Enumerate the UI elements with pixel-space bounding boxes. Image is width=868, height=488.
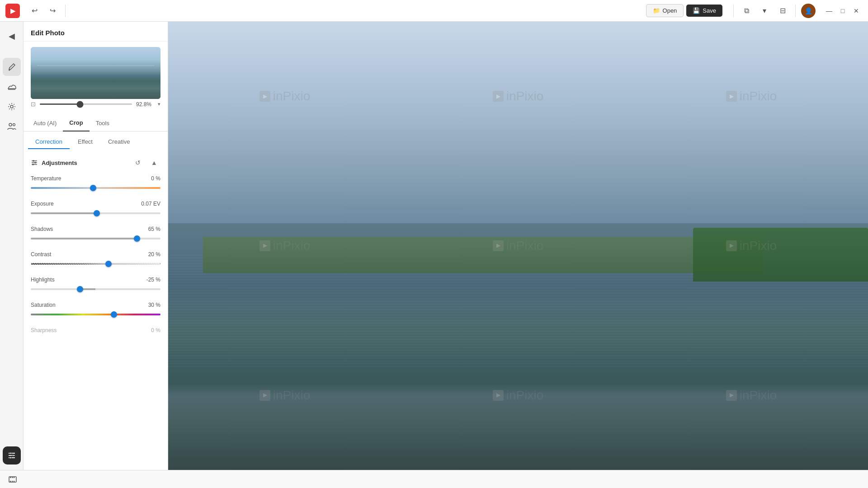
zoom-slider[interactable]	[39, 103, 132, 105]
svg-point-3	[13, 124, 15, 126]
saturation-group: Saturation 30 %	[24, 299, 168, 324]
tab-crop[interactable]: Crop	[63, 115, 89, 131]
close-button[interactable]: ✕	[850, 5, 863, 17]
sharpness-label: Sharpness	[31, 327, 57, 333]
folder-icon: 📁	[653, 7, 660, 14]
adjustments-tool-button[interactable]	[3, 446, 21, 465]
thumbnail-image	[31, 47, 160, 99]
shadows-label: Shadows	[31, 226, 53, 232]
edit-panel: Edit Photo ⊡ 92.8% ▾ Auto (AI) Crop Tool…	[24, 22, 168, 470]
shadows-row: Shadows 65 %	[31, 226, 160, 232]
zoom-value: 92.8%	[136, 101, 154, 108]
collapse-adjustments-button[interactable]: ▲	[148, 156, 160, 169]
compare-button[interactable]: ⧉	[739, 4, 754, 18]
divider-3	[795, 5, 796, 17]
sidebar-bottom	[3, 446, 21, 465]
sharpness-row: Sharpness 0 %	[31, 327, 160, 333]
bottom-bar	[0, 470, 868, 488]
exposure-value: 0.07 EV	[138, 201, 160, 207]
filmstrip-button[interactable]	[5, 472, 20, 487]
svg-rect-22	[14, 481, 14, 482]
history-button[interactable]: ⊟	[775, 4, 790, 18]
sky-tool-button[interactable]	[3, 78, 21, 96]
svg-rect-17	[10, 477, 11, 478]
action-buttons: 📁 Open 💾 Save	[646, 4, 722, 17]
contrast-track	[31, 259, 160, 268]
reset-adjustments-button[interactable]: ↺	[132, 156, 144, 169]
svg-point-14	[34, 162, 36, 164]
saturation-label: Saturation	[31, 302, 56, 308]
shadows-value: 65 %	[138, 226, 160, 232]
titlebar: ▶ ↩ ↪ 📁 Open 💾 Save ⧉ ▾ ⊟ 👤 — □ ✕	[0, 0, 868, 22]
shadows-track	[31, 234, 160, 243]
contrast-group: Contrast 20 %	[24, 249, 168, 274]
compare-dropdown-button[interactable]: ▾	[757, 4, 772, 18]
main-content: ◀	[0, 22, 868, 470]
svg-point-9	[9, 457, 11, 459]
save-icon: 💾	[693, 7, 700, 14]
highlights-value: -25 %	[138, 277, 160, 283]
svg-rect-21	[12, 481, 13, 482]
divider-1	[65, 5, 66, 17]
maximize-button[interactable]: □	[836, 5, 849, 17]
people-tool-button[interactable]	[3, 117, 21, 136]
tab-effect[interactable]: Effect	[71, 135, 100, 149]
exposure-row: Exposure 0.07 EV	[31, 201, 160, 207]
temperature-label: Temperature	[31, 175, 61, 182]
adjustments-title: Adjustments	[42, 160, 128, 166]
svg-rect-20	[10, 481, 11, 482]
brush-tool-button[interactable]	[3, 58, 21, 76]
contrast-label: Contrast	[31, 251, 51, 258]
zoom-control: ⊡ 92.8% ▾	[31, 99, 160, 109]
undo-button[interactable]: ↩	[27, 4, 42, 18]
temperature-group: Temperature 0 %	[24, 173, 168, 198]
tab-correction[interactable]: Correction	[28, 135, 70, 149]
collapse-sidebar-button[interactable]: ◀	[3, 27, 21, 45]
shadows-group: Shadows 65 %	[24, 223, 168, 249]
zoom-icon: ⊡	[31, 101, 36, 108]
svg-point-15	[32, 164, 34, 165]
main-image: ▶ inPixio ▶ inPixio ▶ inPixio ▶ inPixio …	[168, 22, 868, 470]
svg-rect-18	[12, 477, 13, 478]
temperature-track	[31, 183, 160, 192]
adjustments-icon	[31, 159, 38, 166]
svg-point-8	[12, 455, 14, 456]
exposure-label: Exposure	[31, 201, 54, 207]
sharpness-group: Sharpness 0 %	[24, 324, 168, 341]
minimize-button[interactable]: —	[823, 5, 835, 17]
svg-point-7	[10, 452, 12, 454]
temperature-row: Temperature 0 %	[31, 175, 160, 182]
sharpness-value: 0 %	[138, 327, 160, 333]
tab-tools[interactable]: Tools	[90, 115, 116, 131]
window-controls: — □ ✕	[823, 5, 863, 17]
highlights-track	[31, 285, 160, 294]
svg-point-13	[33, 160, 34, 162]
highlights-label: Highlights	[31, 277, 55, 283]
user-avatar[interactable]: 👤	[801, 4, 816, 18]
save-button[interactable]: 💾 Save	[686, 5, 722, 17]
app-logo: ▶	[5, 4, 20, 18]
secondary-tabs: Correction Effect Creative	[24, 131, 168, 149]
contrast-value: 20 %	[138, 251, 160, 258]
saturation-value: 30 %	[138, 302, 160, 308]
panel-title: Edit Photo	[24, 22, 168, 42]
exposure-group: Exposure 0.07 EV	[24, 198, 168, 223]
thumbnail-area: ⊡ 92.8% ▾	[24, 42, 168, 115]
tab-auto-ai[interactable]: Auto (AI)	[27, 115, 63, 131]
settings-button[interactable]	[3, 98, 21, 116]
titlebar-right: ⧉ ▾ ⊟	[739, 4, 790, 18]
saturation-row: Saturation 30 %	[31, 302, 160, 308]
user-area: 👤	[801, 4, 816, 18]
temperature-value: 0 %	[138, 175, 160, 182]
divider-2	[733, 5, 734, 17]
left-sidebar: ◀	[0, 22, 24, 470]
open-button[interactable]: 📁 Open	[646, 4, 684, 17]
tab-creative[interactable]: Creative	[101, 135, 137, 149]
adjustments-header: Adjustments ↺ ▲	[24, 153, 168, 173]
redo-button[interactable]: ↪	[45, 4, 60, 18]
adjustments-panel: Adjustments ↺ ▲ Temperature 0 %	[24, 149, 168, 470]
saturation-track	[31, 310, 160, 319]
primary-tabs: Auto (AI) Crop Tools	[24, 115, 168, 131]
highlights-group: Highlights -25 %	[24, 274, 168, 299]
zoom-dropdown-button[interactable]: ▾	[158, 101, 160, 107]
